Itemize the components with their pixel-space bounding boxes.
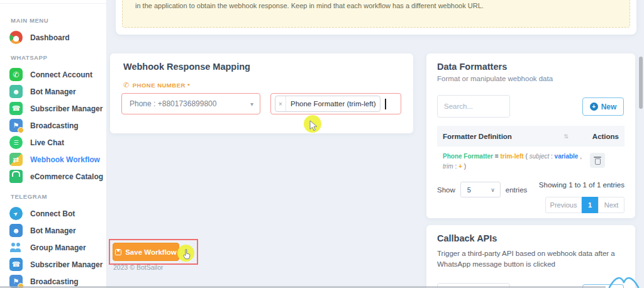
chip-remove-icon[interactable]: × — [275, 96, 286, 111]
formatter-name: Phone Formatter — [443, 153, 493, 160]
robot-icon — [9, 85, 23, 98]
formatter-function: trim-left — [500, 153, 523, 160]
callback-title: Callback APIs — [437, 233, 497, 243]
sidebar-item-label: Connect Bot — [30, 209, 75, 218]
sort-icon[interactable]: ⇅ — [564, 133, 569, 140]
new-button-label: New — [601, 102, 617, 111]
column-actions: Actions — [592, 133, 619, 140]
page-size-row: Show 5 ∨ entries — [437, 182, 527, 197]
sidebar-item-subscriber-manager-wa[interactable]: Subscriber Manager — [9, 100, 106, 117]
sidebar-item-label: Group Manager — [30, 243, 86, 252]
sidebar-section-main-menu: MAIN MENU — [11, 17, 106, 24]
sidebar-item-broadcasting-wa[interactable]: Broadcasting — [9, 117, 106, 134]
sidebar-item-connect-account[interactable]: Connect Account — [9, 66, 106, 83]
text-cursor — [385, 99, 386, 109]
sidebar-item-bot-manager-wa[interactable]: Bot Manager — [9, 83, 106, 100]
sidebar-item-label: Subscriber Manager — [30, 104, 103, 113]
equals-token: = — [495, 153, 499, 160]
arg-value: + — [458, 163, 462, 170]
pagination-previous[interactable]: Previous — [545, 197, 582, 213]
sidebar-item-connect-bot[interactable]: Connect Bot — [9, 205, 106, 222]
alert-line-2: in the application to obtain the webhook… — [135, 1, 617, 11]
sidebar-item-label: Subscriber Manager — [30, 260, 103, 269]
subscriber-phone-icon — [9, 102, 23, 115]
save-icon — [115, 249, 121, 255]
sidebar-item-label: Broadcasting — [30, 121, 79, 130]
pagination-next[interactable]: Next — [598, 197, 625, 213]
delete-formatter-button[interactable] — [590, 153, 605, 168]
formatters-title: Data Formatters — [437, 62, 507, 72]
vertical-scrollbar[interactable] — [639, 57, 643, 109]
footer-copyright: 2023 © BotSailor — [113, 263, 164, 271]
formatter-tag-input[interactable]: × Phone Formatter (trim-left) — [270, 93, 401, 114]
save-button-label: Save Workflow — [125, 248, 177, 256]
show-label: Show — [437, 186, 455, 194]
data-formatters-card: Data Formatters Format or manipulate web… — [426, 53, 635, 218]
close-paren: ) — [464, 163, 466, 170]
sidebar-item-ecommerce-catalog[interactable]: eCommerce Catalog — [9, 168, 106, 185]
sidebar-item-dashboard[interactable]: Dashboard — [9, 29, 106, 46]
chevron-down-icon: ∨ — [491, 187, 495, 193]
formatters-table-header: Formatter Definition ⇅ Actions — [437, 126, 625, 147]
arg-key: subject — [530, 153, 550, 160]
plus-icon: + — [590, 102, 598, 111]
colon-token: : — [455, 163, 457, 170]
sidebar-item-subscriber-manager-tg[interactable]: Subscriber Manager — [9, 256, 106, 273]
sidebar-item-bot-manager-tg[interactable]: Bot Manager — [9, 222, 106, 239]
formatter-chip[interactable]: × Phone Formatter (trim-left) — [275, 96, 380, 112]
phone-variable-select[interactable]: Phone : +8801736899800 ▾ — [121, 93, 260, 114]
mapping-card-title: Webhook Response Mapping — [123, 62, 250, 72]
group-icon — [9, 241, 23, 254]
formatters-search-input[interactable] — [437, 95, 510, 118]
hand-cursor-icon — [182, 249, 191, 260]
sidebar-item-live-chat[interactable]: Live Chat — [9, 134, 106, 151]
colon-token: : — [551, 153, 553, 160]
phone-number-field-label: ✆ PHONE NUMBER * — [123, 81, 190, 89]
phone-icon: ✆ — [123, 81, 130, 89]
whatsapp-icon — [9, 68, 23, 81]
comma-token: , — [580, 153, 582, 160]
instructions-card: in the webhook area of the application y… — [116, 0, 636, 35]
entries-label: entries — [506, 186, 528, 194]
chat-widget-logo — [608, 273, 640, 288]
formatters-subtitle: Format or manipulate webhook data — [437, 75, 553, 82]
pagination: Previous 1 Next — [545, 197, 625, 213]
arg-key: trim — [443, 163, 453, 170]
webhook-instructions-alert: in the webhook area of the application y… — [122, 0, 630, 28]
open-paren: ( — [525, 153, 527, 160]
arg-value: variable — [555, 153, 579, 160]
pagination-page-1[interactable]: 1 — [582, 197, 598, 213]
callback-apis-card: Callback APIs Trigger a third-party API … — [426, 225, 635, 288]
sidebar-item-label: Connect Account — [30, 70, 92, 79]
phonebook-icon — [9, 258, 23, 271]
sidebar-divider — [0, 3, 107, 4]
webhook-response-mapping-card: Webhook Response Mapping ✆ PHONE NUMBER … — [110, 53, 413, 133]
sidebar-item-group-manager[interactable]: Group Manager — [9, 239, 106, 256]
page-size-select[interactable]: 5 ∨ — [460, 182, 501, 197]
showing-entries-info: Showing 1 to 1 of 1 entries — [539, 181, 625, 189]
app-screen: MAIN MENU Dashboard WHATSAPP Connect Acc… — [0, 0, 644, 288]
sidebar: MAIN MENU Dashboard WHATSAPP Connect Acc… — [0, 0, 107, 288]
robot-icon — [9, 224, 23, 237]
sidebar-item-label: Live Chat — [30, 138, 64, 147]
trash-icon — [595, 158, 601, 165]
sidebar-item-label: Broadcasting — [30, 277, 79, 286]
save-workflow-button[interactable]: Save Workflow — [113, 243, 179, 261]
new-formatter-button[interactable]: + New — [582, 97, 624, 116]
live-chat-icon — [9, 136, 23, 149]
column-formatter-definition: Formatter Definition — [443, 133, 564, 140]
sidebar-item-label: eCommerce Catalog — [30, 172, 103, 181]
sidebar-item-label: Webhook Workflow — [30, 155, 100, 164]
formatter-definition-row: Phone Formatter = trim-left ( subject : … — [443, 152, 600, 172]
sidebar-section-telegram: TELEGRAM — [11, 193, 106, 200]
sidebar-item-label: Bot Manager — [30, 226, 76, 235]
phone-select-value: Phone : +8801736899800 — [130, 99, 250, 108]
callback-description: Trigger a third-party API based on webho… — [437, 248, 626, 270]
sidebar-section-whatsapp: WHATSAPP — [11, 54, 106, 61]
page-size-value: 5 — [467, 186, 471, 194]
field-label-text: PHONE NUMBER * — [133, 82, 190, 89]
dashboard-gauge-icon — [9, 31, 23, 44]
workflow-icon — [9, 153, 23, 166]
sidebar-item-label: Bot Manager — [30, 87, 76, 96]
sidebar-item-webhook-workflow[interactable]: Webhook Workflow — [9, 151, 106, 168]
